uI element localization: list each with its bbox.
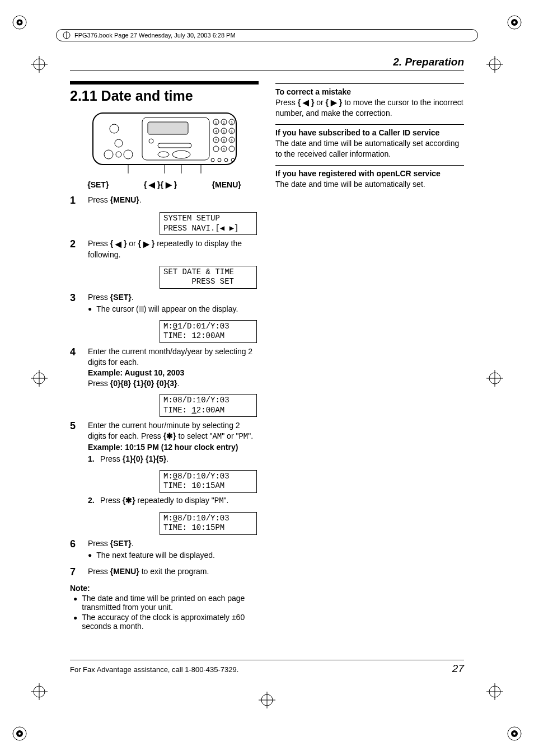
key-menu: {MENU} xyxy=(110,195,139,204)
register-mark-icon xyxy=(31,56,48,73)
step-body: Enter the current month/day/year by sele… xyxy=(88,346,259,389)
text: . xyxy=(132,539,134,548)
svg-point-3 xyxy=(18,21,21,24)
heading-caller-id: If you have subscribed to a Caller ID se… xyxy=(275,128,464,137)
text: Press xyxy=(88,539,110,548)
substep-number: 1. xyxy=(88,454,97,464)
lcd-line: PRESS NAVI.[◀ ▶] xyxy=(163,224,238,233)
svg-text:2: 2 xyxy=(223,121,225,124)
step-number: 6 xyxy=(70,538,80,561)
step-body: Press {MENU}. xyxy=(88,195,259,206)
heading-openlcr: If you have registered with openLCR serv… xyxy=(275,169,464,178)
device-labels: {SET} { ◀ }{ ▶ } {MENU} xyxy=(70,180,259,189)
text: Press xyxy=(88,293,110,302)
svg-point-41 xyxy=(158,152,169,157)
text: Press xyxy=(88,195,110,204)
example-label: Example: 10:15 PM (12 hour clock entry) xyxy=(88,443,238,452)
svg-text:8: 8 xyxy=(223,139,225,142)
label-set: {SET} xyxy=(87,180,109,189)
cursor-icon xyxy=(139,306,144,312)
note-list: ● The date and time will be printed on e… xyxy=(70,594,259,631)
step-number: 3 xyxy=(70,292,80,314)
step-body: Press {SET}. ● The cursor () will appear… xyxy=(88,292,259,314)
bullet-icon: ● xyxy=(73,594,77,612)
text: Press xyxy=(88,379,110,388)
crop-mark-icon xyxy=(503,11,526,34)
device-illustration: 1 2 3 4 5 6 7 8 9 0 xyxy=(92,112,237,176)
register-mark-icon xyxy=(486,370,503,387)
section-title: 2.11 Date and time xyxy=(70,88,259,104)
register-mark-icon xyxy=(486,683,503,700)
text: . xyxy=(139,195,142,204)
register-mark-icon xyxy=(259,692,275,708)
page-footer: For Fax Advantage assistance, call 1-800… xyxy=(70,660,464,675)
text: Press {✱} repeatedly to display "PM". xyxy=(100,495,228,506)
svg-point-67 xyxy=(104,150,113,159)
footer-text: For Fax Advantage assistance, call 1-800… xyxy=(70,665,238,674)
svg-point-42 xyxy=(172,151,190,158)
text: Enter the current hour/minute by selecti… xyxy=(88,421,253,440)
step-7: 7 Press {MENU} to exit the program. xyxy=(70,566,259,578)
svg-rect-38 xyxy=(148,122,188,134)
lcd-display: M:01/D:01/Y:03 TIME: 12:00AM xyxy=(160,320,257,343)
lcd-line: SET DATE & TIME xyxy=(163,267,234,276)
text: to exit the program. xyxy=(139,567,209,576)
svg-point-9 xyxy=(18,732,21,735)
label-nav: { ◀ }{ ▶ } xyxy=(144,180,177,189)
svg-point-65 xyxy=(110,124,119,133)
book-icon xyxy=(62,31,71,40)
key-set: {SET} xyxy=(110,539,132,548)
divider xyxy=(275,165,464,166)
step-3: 3 Press {SET}. ● The cursor () will appe… xyxy=(70,292,259,314)
step-body: Press { ◀ } or { ▶ } repeatedly to displ… xyxy=(88,238,259,260)
lcd-line: TIME: 12:00AM xyxy=(163,406,224,415)
crop-mark-icon xyxy=(503,722,526,745)
lcd-line: M:08/D:10/Y:03 xyxy=(163,514,229,523)
bullet: ● The date and time will be printed on e… xyxy=(73,594,259,612)
svg-point-39 xyxy=(149,139,153,143)
note-heading: Note: xyxy=(70,584,259,593)
svg-rect-40 xyxy=(158,143,191,148)
paragraph: The date and time will be automatically … xyxy=(275,138,464,159)
text: Press { ◀ } or { ▶ } repeatedly to displ… xyxy=(88,239,242,259)
svg-point-72 xyxy=(224,158,228,162)
step-5b: 2. Press {✱} repeatedly to display "PM". xyxy=(70,494,259,506)
svg-point-6 xyxy=(513,21,516,24)
column-left: 2.11 Date and time xyxy=(70,81,259,631)
text: Press xyxy=(88,567,110,576)
svg-text:0: 0 xyxy=(223,148,225,151)
substep-number: 2. xyxy=(88,495,97,506)
key-menu: {MENU} xyxy=(110,567,139,576)
svg-point-70 xyxy=(211,158,214,162)
step-body: Enter the current hour/minute by selecti… xyxy=(88,420,259,464)
heading-correct-mistake: To correct a mistake xyxy=(275,87,464,96)
register-mark-icon xyxy=(31,370,48,387)
bullet: ● The cursor () will appear on the displ… xyxy=(88,304,259,314)
svg-point-66 xyxy=(115,139,123,147)
step-number: 4 xyxy=(70,346,80,389)
chapter-title: 2. Preparation xyxy=(70,56,464,71)
step-body: 2. Press {✱} repeatedly to display "PM". xyxy=(88,494,259,506)
lcd-display: M:08/D:10/Y:03 TIME: 10:15AM xyxy=(160,470,257,493)
lcd-display: M:08/D:10/Y:03 TIME: 10:15PM xyxy=(160,512,257,535)
divider xyxy=(275,124,464,125)
svg-point-54 xyxy=(229,146,235,152)
bullet: ● The next feature will be displayed. xyxy=(88,550,259,561)
crop-mark-icon xyxy=(8,722,31,745)
bullet-icon: ● xyxy=(88,304,92,314)
svg-text:3: 3 xyxy=(231,121,233,124)
label-menu: {MENU} xyxy=(212,180,241,189)
text: Press {1}{0} {1}{5}. xyxy=(100,454,168,464)
text: The accuracy of the clock is approximate… xyxy=(82,613,259,631)
keys: {0}{8} {1}{0} {0}{3} xyxy=(110,379,177,388)
register-mark-icon xyxy=(486,56,503,73)
divider xyxy=(275,83,464,84)
lcd-line: M:01/D:01/Y:03 xyxy=(163,322,229,331)
step-number: 2 xyxy=(70,238,80,260)
device-figure: 1 2 3 4 5 6 7 8 9 0 xyxy=(70,112,259,189)
columns: 2.11 Date and time xyxy=(70,81,464,631)
text: The cursor () will appear on the display… xyxy=(96,304,238,314)
text: . xyxy=(132,293,134,302)
lcd-line: SYSTEM SETUP xyxy=(163,214,220,223)
lcd-line: TIME: 10:15AM xyxy=(163,481,224,490)
